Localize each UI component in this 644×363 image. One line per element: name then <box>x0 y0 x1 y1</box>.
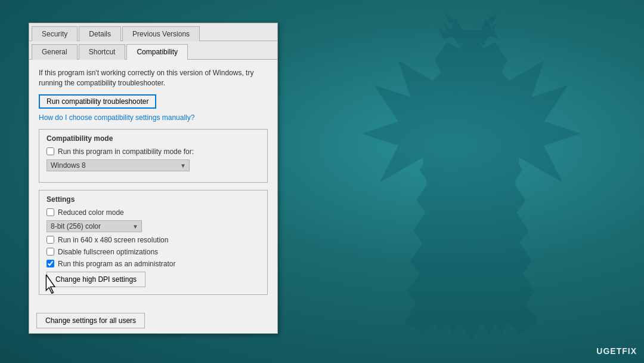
troubleshooter-button[interactable]: Run compatibility troubleshooter <box>39 94 156 109</box>
tab-previous-versions[interactable]: Previous Versions <box>122 26 200 41</box>
compat-dropdown-wrapper: Windows 8 Windows 7 Windows Vista (SP2) … <box>47 159 190 171</box>
tab-compatibility[interactable]: Compatibility <box>126 44 188 60</box>
dragon-watermark <box>346 12 596 346</box>
settings-title: Settings <box>47 195 260 204</box>
tab-general[interactable]: General <box>32 44 78 60</box>
resolution-checkbox[interactable] <box>47 236 54 244</box>
admin-row: Run this program as an administrator <box>47 260 260 268</box>
compatibility-mode-title: Compatibility mode <box>47 134 260 143</box>
color-dropdown-wrapper: 8-bit (256) color 16-bit (65536) color ▼ <box>47 220 142 232</box>
admin-checkbox[interactable] <box>47 260 54 267</box>
intro-text: If this program isn't working correctly … <box>39 68 268 88</box>
compatibility-mode-section: Compatibility mode Run this program in c… <box>39 129 268 183</box>
fullscreen-checkbox[interactable] <box>47 248 54 256</box>
change-settings-button[interactable]: Change settings for all users <box>36 313 145 328</box>
tab-bar-2: General Shortcut Compatibility <box>29 41 277 60</box>
dialog-content: If this program isn't working correctly … <box>29 60 277 308</box>
compat-mode-checkbox[interactable] <box>47 147 54 155</box>
ugetfix-watermark: UGETFIX <box>596 346 637 356</box>
tab-security[interactable]: Security <box>32 26 78 41</box>
reduced-color-row: Reduced color mode <box>47 208 260 217</box>
color-depth-dropdown[interactable]: 8-bit (256) color 16-bit (65536) color <box>47 220 142 232</box>
reduced-color-label: Reduced color mode <box>58 208 124 217</box>
fullscreen-label: Disable fullscreen optimizations <box>58 248 158 256</box>
fullscreen-row: Disable fullscreen optimizations <box>47 248 260 256</box>
dpi-settings-button[interactable]: Change high DPI settings <box>47 272 145 287</box>
compat-dropdown-row: Windows 8 Windows 7 Windows Vista (SP2) … <box>47 159 260 171</box>
resolution-label: Run in 640 x 480 screen resolution <box>58 236 168 244</box>
tab-details[interactable]: Details <box>79 26 121 41</box>
settings-section: Settings Reduced color mode 8-bit (256) … <box>39 190 268 295</box>
compat-mode-label: Run this program in compatibility mode f… <box>58 147 194 156</box>
compat-mode-checkbox-row: Run this program in compatibility mode f… <box>47 147 260 156</box>
admin-label: Run this program as an administrator <box>58 260 175 268</box>
compat-mode-dropdown[interactable]: Windows 8 Windows 7 Windows Vista (SP2) … <box>47 159 190 171</box>
tab-bar: Security Details Previous Versions <box>29 23 277 41</box>
manual-settings-link[interactable]: How do I choose compatibility settings m… <box>39 113 268 122</box>
reduced-color-checkbox[interactable] <box>47 208 54 216</box>
tab-shortcut[interactable]: Shortcut <box>79 44 126 60</box>
properties-dialog: Security Details Previous Versions Gener… <box>29 23 278 334</box>
bottom-bar: Change settings for all users <box>29 308 277 333</box>
color-dropdown-row: 8-bit (256) color 16-bit (65536) color ▼ <box>47 220 260 232</box>
resolution-row: Run in 640 x 480 screen resolution <box>47 236 260 244</box>
